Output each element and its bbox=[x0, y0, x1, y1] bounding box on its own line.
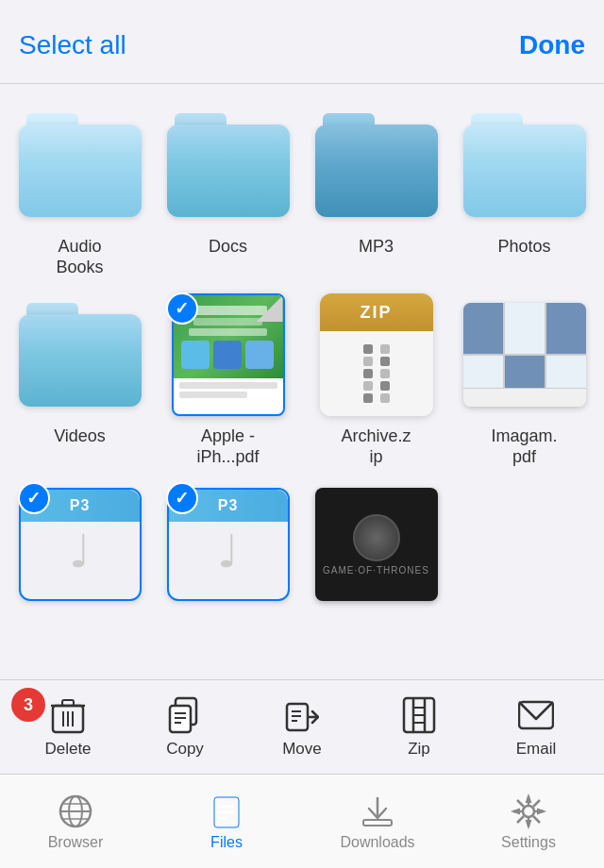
grid-container: AudioBooks Docs MP3 bbox=[9, 99, 595, 610]
copy-icon bbox=[166, 696, 204, 734]
done-button[interactable]: Done bbox=[519, 30, 585, 60]
copy-label: Copy bbox=[166, 740, 204, 759]
folder-label-mp3: MP3 bbox=[359, 237, 394, 258]
svg-line-40 bbox=[533, 816, 540, 823]
zip-label: Zip bbox=[408, 740, 430, 759]
file-mp3-1[interactable]: P3 ♩ bbox=[9, 478, 150, 610]
selected-badge-mp3-1 bbox=[18, 482, 50, 514]
folder-icon-mp3 bbox=[310, 99, 443, 231]
email-icon bbox=[517, 696, 555, 734]
copy-button[interactable]: Copy bbox=[143, 696, 227, 759]
nav-item-browser[interactable]: Browser bbox=[19, 793, 132, 851]
file-label-archive-zip: Archive.zip bbox=[341, 426, 411, 467]
folder-label-videos: Videos bbox=[54, 426, 106, 447]
svg-line-42 bbox=[517, 816, 524, 823]
delete-label: Delete bbox=[44, 740, 91, 759]
delete-icon bbox=[49, 696, 87, 734]
selected-badge-apple-pdf bbox=[166, 292, 198, 325]
downloads-nav-label: Downloads bbox=[340, 834, 414, 851]
file-icon-mp3-1: P3 ♩ bbox=[14, 478, 146, 610]
folder-label-docs: Docs bbox=[209, 237, 247, 258]
settings-nav-label: Settings bbox=[501, 834, 556, 851]
folder-icon-videos bbox=[14, 289, 146, 421]
file-got-video[interactable]: GAME·OF·THRONES bbox=[306, 478, 446, 610]
move-icon bbox=[283, 696, 321, 734]
header: Select all Done bbox=[0, 0, 604, 84]
svg-line-39 bbox=[517, 800, 524, 807]
file-imagam-pdf[interactable]: Imagam.pdf bbox=[454, 289, 595, 467]
selected-badge-mp3-2 bbox=[166, 482, 198, 514]
browser-nav-label: Browser bbox=[48, 834, 104, 851]
email-button[interactable]: Email bbox=[494, 696, 579, 759]
zip-icon bbox=[400, 696, 438, 734]
select-all-button[interactable]: Select all bbox=[19, 30, 126, 60]
folder-docs[interactable]: Docs bbox=[158, 99, 298, 277]
svg-rect-32 bbox=[363, 820, 392, 826]
folder-label-audio-books: AudioBooks bbox=[56, 237, 103, 277]
move-button[interactable]: Move bbox=[260, 696, 344, 759]
file-icon-archive-zip: ZIP bbox=[310, 289, 443, 421]
svg-point-34 bbox=[523, 806, 534, 817]
file-icon-got-video: GAME·OF·THRONES bbox=[310, 478, 443, 610]
selection-count-badge: 3 bbox=[11, 688, 45, 722]
zip-button[interactable]: Zip bbox=[377, 696, 461, 759]
move-label: Move bbox=[282, 740, 322, 759]
files-icon bbox=[208, 793, 245, 830]
folder-icon-audio-books bbox=[14, 99, 146, 231]
folder-label-photos: Photos bbox=[497, 237, 550, 258]
browser-icon bbox=[57, 793, 94, 830]
file-apple-pdf[interactable]: Apple -iPh...pdf bbox=[158, 289, 298, 467]
file-grid: AudioBooks Docs MP3 bbox=[0, 84, 604, 679]
file-icon-imagam-pdf bbox=[459, 289, 591, 421]
folder-mp3[interactable]: MP3 bbox=[306, 99, 446, 277]
file-icon-apple-pdf bbox=[162, 289, 294, 421]
nav-item-downloads[interactable]: Downloads bbox=[321, 793, 434, 851]
svg-rect-2 bbox=[62, 700, 74, 706]
folder-videos[interactable]: Videos bbox=[9, 289, 150, 467]
bottom-navigation: Browser Files Downloads bbox=[0, 774, 604, 868]
files-nav-label: Files bbox=[210, 834, 243, 851]
file-label-apple-pdf: Apple -iPh...pdf bbox=[196, 426, 259, 467]
email-label: Email bbox=[516, 740, 557, 759]
folder-icon-docs bbox=[162, 99, 294, 231]
action-bar: 3 Delete Copy bbox=[0, 679, 604, 774]
svg-line-41 bbox=[533, 800, 540, 807]
folder-icon-photos bbox=[459, 99, 591, 231]
folder-photos[interactable]: Photos bbox=[454, 99, 595, 277]
file-archive-zip[interactable]: ZIP Archive.zip bbox=[306, 289, 446, 467]
file-mp3-2[interactable]: P3 ♩ bbox=[158, 478, 298, 610]
nav-item-settings[interactable]: Settings bbox=[472, 793, 585, 851]
settings-icon bbox=[510, 793, 547, 830]
downloads-icon bbox=[359, 793, 396, 830]
file-icon-mp3-2: P3 ♩ bbox=[162, 478, 294, 610]
nav-item-files[interactable]: Files bbox=[170, 793, 283, 851]
file-label-imagam-pdf: Imagam.pdf bbox=[491, 426, 557, 467]
folder-audio-books[interactable]: AudioBooks bbox=[9, 99, 150, 277]
